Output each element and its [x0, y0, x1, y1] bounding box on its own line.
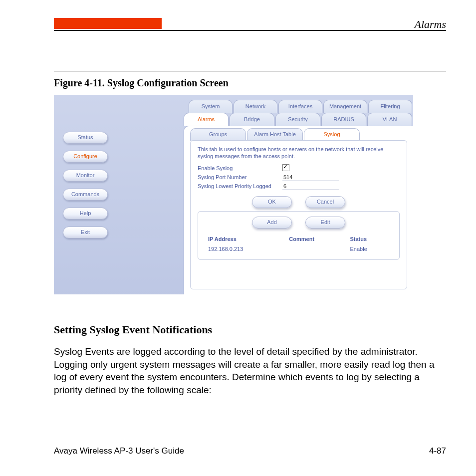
figure-rule	[54, 71, 446, 71]
edit-button[interactable]: Edit	[305, 217, 345, 229]
footer-guide-title: Avaya Wireless AP-3 User's Guide	[54, 446, 184, 456]
host-table: IP Address Comment Status 192.168.0.213 …	[205, 234, 392, 254]
main-panel: Groups Alarm Host Table Syslog This tab …	[184, 126, 413, 294]
enable-syslog-checkbox[interactable]	[282, 164, 289, 171]
tab-alarms[interactable]: Alarms	[184, 113, 229, 126]
figure-caption: Figure 4-11. Syslog Configuration Screen	[54, 77, 229, 89]
syslog-description: This tab is used to configure hosts or s…	[198, 146, 400, 160]
tab-vlan[interactable]: VLAN	[367, 113, 412, 126]
ok-button[interactable]: OK	[252, 196, 292, 208]
header-accent-bar	[54, 18, 162, 29]
top-tab-row-2: Alarms Bridge Security RADIUS VLAN	[184, 113, 413, 126]
syslog-priority-label: Syslog Lowest Priority Logged	[198, 183, 282, 189]
tab-interfaces[interactable]: Interfaces	[278, 100, 322, 113]
nav-help[interactable]: Help	[63, 208, 108, 220]
col-ip-address: IP Address	[206, 235, 286, 243]
add-button[interactable]: Add	[252, 217, 292, 229]
body-heading: Setting Syslog Event Notifications	[54, 323, 212, 336]
nav-status[interactable]: Status	[63, 132, 108, 144]
top-tab-row-1: System Network Interfaces Management Fil…	[189, 100, 413, 113]
body-paragraph: Syslog Events are logged according to th…	[54, 345, 446, 397]
syslog-port-input[interactable]	[282, 174, 339, 181]
tab-management[interactable]: Management	[323, 100, 367, 113]
syslog-panel: This tab is used to configure hosts or s…	[190, 140, 407, 289]
table-header-row: IP Address Comment Status	[206, 235, 391, 243]
footer-page-number: 4-87	[429, 446, 446, 456]
syslog-port-label: Syslog Port Number	[198, 174, 282, 180]
cell-ip: 192.168.0.213	[206, 244, 286, 253]
cell-status: Enable	[348, 244, 392, 253]
subtab-syslog[interactable]: Syslog	[304, 128, 360, 141]
screenshot-panel: Status Configure Monitor Commands Help E…	[54, 95, 413, 294]
nav-commands[interactable]: Commands	[63, 189, 108, 201]
subtab-alarm-host-table[interactable]: Alarm Host Table	[247, 128, 303, 141]
subtab-groups[interactable]: Groups	[190, 128, 246, 141]
cell-comment	[287, 244, 347, 253]
col-status: Status	[348, 235, 392, 243]
header-rule	[54, 30, 446, 31]
tab-bridge[interactable]: Bridge	[230, 113, 274, 126]
tab-security[interactable]: Security	[275, 113, 320, 126]
host-table-box: Add Edit IP Address Comment Status 192.1…	[198, 211, 400, 260]
tab-filtering[interactable]: Filtering	[368, 100, 412, 113]
nav-exit[interactable]: Exit	[63, 227, 108, 238]
side-nav: Status Configure Monitor Commands Help E…	[63, 132, 108, 245]
table-row[interactable]: 192.168.0.213 Enable	[206, 244, 391, 253]
enable-syslog-label: Enable Syslog	[198, 165, 282, 171]
tab-network[interactable]: Network	[234, 100, 277, 113]
tab-system[interactable]: System	[189, 100, 233, 113]
cancel-button[interactable]: Cancel	[305, 196, 345, 208]
syslog-priority-input[interactable]	[282, 183, 339, 190]
tab-radius[interactable]: RADIUS	[321, 113, 366, 126]
nav-configure[interactable]: Configure	[63, 151, 108, 163]
nav-monitor[interactable]: Monitor	[63, 170, 108, 182]
col-comment: Comment	[287, 235, 347, 243]
header-section-title: Alarms	[414, 18, 446, 31]
sub-tab-row: Groups Alarm Host Table Syslog	[190, 128, 361, 140]
